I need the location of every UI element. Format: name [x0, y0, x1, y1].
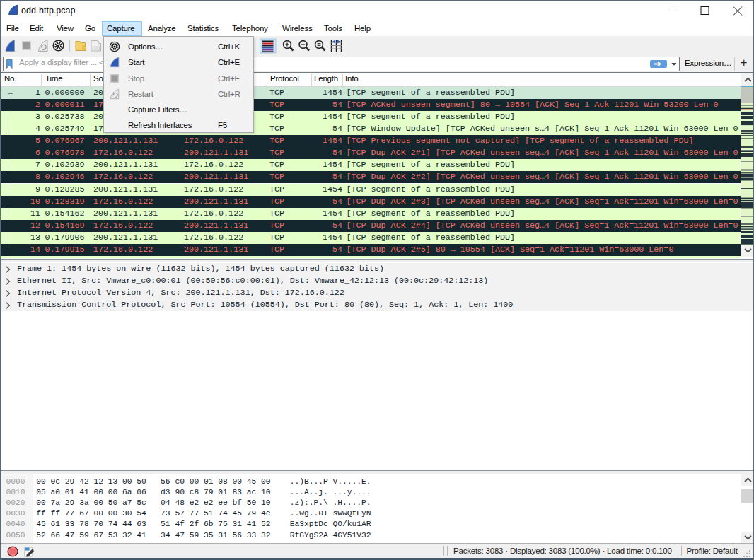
- svg-text:010: 010: [93, 46, 99, 50]
